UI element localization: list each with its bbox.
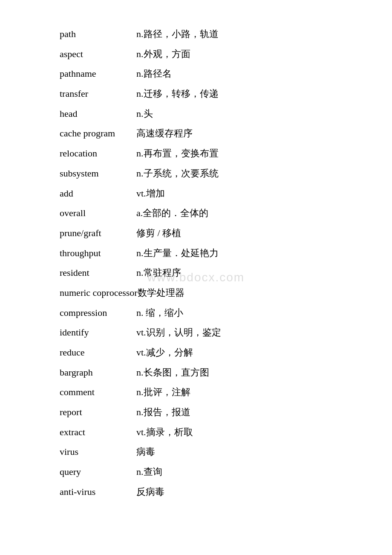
list-item: extractvt.摘录，析取 xyxy=(60,424,332,441)
list-item: aspectn.外观，方面 xyxy=(60,46,332,63)
list-item: compressionn. 缩，缩小 xyxy=(60,304,332,322)
list-item: residentn.常驻程序 xyxy=(60,264,332,282)
vocab-definition: 数学处理器 xyxy=(138,287,184,298)
list-item: reportn.报告，报道 xyxy=(60,404,332,421)
vocab-word: cache program xyxy=(60,125,136,142)
vocab-word: head xyxy=(60,105,136,123)
vocab-word: virus xyxy=(60,443,136,461)
vocab-word: resident xyxy=(60,264,136,282)
vocab-word: throughput xyxy=(60,245,136,262)
vocab-definition: n.路径名 xyxy=(136,68,172,79)
vocab-word: anti-virus xyxy=(60,483,136,501)
list-item: identifyvt.识别，认明，鉴定 xyxy=(60,324,332,341)
vocab-word: aspect xyxy=(60,46,136,63)
list-item: addvt.增加 xyxy=(60,185,332,202)
vocab-definition: n.迁移，转移，传递 xyxy=(136,88,219,99)
vocab-definition: n.报告，报道 xyxy=(136,407,190,417)
list-item: transfern.迁移，转移，传递 xyxy=(60,85,332,103)
vocab-list: pathn.路径，小路，轨道aspectn.外观，方面pathnamen.路径名… xyxy=(60,26,332,501)
vocab-word: overall xyxy=(60,205,136,222)
list-item: prune/graft修剪 / 移植 xyxy=(60,225,332,242)
list-item: cache program高速缓存程序 xyxy=(60,125,332,142)
vocab-word: compression xyxy=(60,304,136,322)
vocab-word: add xyxy=(60,185,136,202)
vocab-definition: n.长条图，直方图 xyxy=(136,367,209,378)
vocab-word: comment xyxy=(60,384,136,401)
vocab-definition: n.再布置，变换布置 xyxy=(136,148,219,159)
vocab-definition: n.常驻程序 xyxy=(136,267,181,278)
vocab-word: subsystem xyxy=(60,165,136,182)
vocab-definition: n.外观，方面 xyxy=(136,49,190,59)
list-item: queryn.查询 xyxy=(60,463,332,481)
vocab-definition: n.子系统，次要系统 xyxy=(136,168,219,179)
vocab-definition: n.批评，注解 xyxy=(136,387,190,397)
list-item: relocationn.再布置，变换布置 xyxy=(60,145,332,162)
vocab-word: path xyxy=(60,26,136,43)
vocab-word: extract xyxy=(60,424,136,441)
vocab-definition: vt.增加 xyxy=(136,188,165,199)
vocab-definition: n.生产量．处延艳力 xyxy=(136,248,219,258)
list-item: throughputn.生产量．处延艳力 xyxy=(60,245,332,262)
vocab-word: relocation xyxy=(60,145,136,162)
list-item: headn.头 xyxy=(60,105,332,123)
vocab-definition: vt.减少，分解 xyxy=(136,347,193,358)
vocab-definition: n.路径，小路，轨道 xyxy=(136,29,219,39)
vocab-definition: 反病毒 xyxy=(136,486,164,497)
vocab-word: pathname xyxy=(60,65,136,83)
vocab-word: bargraph xyxy=(60,364,136,382)
list-item: pathnamen.路径名 xyxy=(60,65,332,83)
vocab-definition: 病毒 xyxy=(136,446,155,457)
vocab-word: prune/graft xyxy=(60,225,136,242)
list-item: anti-virus反病毒 xyxy=(60,483,332,501)
vocab-word: query xyxy=(60,463,136,481)
vocab-word: reduce xyxy=(60,344,136,361)
list-item: subsystemn.子系统，次要系统 xyxy=(60,165,332,182)
vocab-definition: 修剪 / 移植 xyxy=(136,228,181,238)
vocab-word: numeric coprocessor xyxy=(60,284,138,302)
vocab-definition: 高速缓存程序 xyxy=(136,128,193,139)
vocab-definition: n.头 xyxy=(136,108,153,119)
list-item: pathn.路径，小路，轨道 xyxy=(60,26,332,43)
list-item: virus病毒 xyxy=(60,443,332,461)
vocab-word: transfer xyxy=(60,85,136,103)
vocab-definition: a.全部的．全体的 xyxy=(136,208,208,218)
vocab-definition: n. 缩，缩小 xyxy=(136,307,183,318)
list-item: reducevt.减少，分解 xyxy=(60,344,332,361)
list-item: commentn.批评，注解 xyxy=(60,384,332,401)
list-item: overalla.全部的．全体的 xyxy=(60,205,332,222)
vocab-word: identify xyxy=(60,324,136,341)
vocab-definition: vt.识别，认明，鉴定 xyxy=(136,327,221,338)
list-item: bargraphn.长条图，直方图 xyxy=(60,364,332,382)
vocab-word: report xyxy=(60,404,136,421)
vocab-definition: vt.摘录，析取 xyxy=(136,427,193,437)
list-item: numeric coprocessor数学处理器 xyxy=(60,284,332,302)
vocab-definition: n.查询 xyxy=(136,466,162,477)
